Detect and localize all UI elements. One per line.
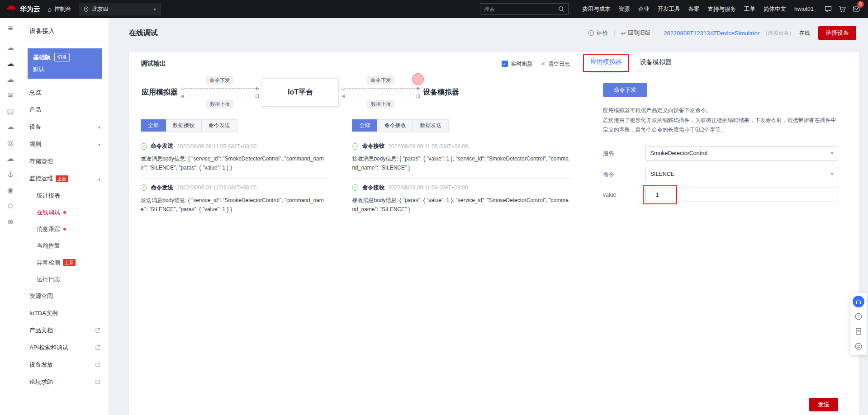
command-select[interactable]: SILENCE ▾ xyxy=(645,167,838,181)
sidebar-item-label: 统计报表 xyxy=(37,192,60,200)
region-selector[interactable]: 北京四 ▾ xyxy=(79,3,161,15)
sidebar-item-resource-space[interactable]: 资源空间 xyxy=(21,288,109,305)
sidebar-link-product-docs[interactable]: 产品文档 xyxy=(21,322,109,339)
search-icon[interactable] xyxy=(558,6,564,12)
sidebar-subitem-run-logs[interactable]: 运行日志 xyxy=(21,271,109,288)
survey-icon[interactable] xyxy=(853,325,864,337)
log-tab-command-received[interactable]: 命令接收 xyxy=(377,119,413,132)
topbar-link-icp[interactable]: 备案 xyxy=(688,5,699,13)
cloud-service-icon-5[interactable]: ☁ xyxy=(0,151,21,166)
log-tab-data-sent[interactable]: 数据发送 xyxy=(413,119,449,132)
circle-service-icon[interactable]: ◎ xyxy=(0,135,21,151)
anchor-icon[interactable]: ⚓ xyxy=(0,166,21,182)
command-delivery-button[interactable]: 命令下发 xyxy=(603,83,647,97)
mail-icon[interactable]: 8 xyxy=(853,5,860,13)
realtime-refresh-toggle[interactable]: ✓ 实时刷新 xyxy=(502,60,533,68)
cloud-service-icon-3[interactable]: ☁ xyxy=(0,71,21,87)
realtime-refresh-checkbox[interactable]: ✓ xyxy=(502,61,508,67)
data-up-label: 数据上报 xyxy=(367,100,394,108)
help-icon[interactable]: ? xyxy=(853,311,864,322)
debug-output-title: 调试输出 xyxy=(141,60,166,68)
sidebar-link-api-explorer[interactable]: API检索和调试 xyxy=(21,339,109,356)
topbar-icons: 8 xyxy=(825,5,860,13)
username[interactable]: hwiot01 xyxy=(794,6,814,12)
sidebar-subitem-message-trace[interactable]: 消息跟踪 xyxy=(21,221,109,237)
cloud-service-icon-1[interactable]: ☁ xyxy=(0,40,21,56)
sidebar-item-label: 产品文档 xyxy=(29,326,53,335)
device-log-panel: 全部 命令接收 数据发送 ✓ 命令接收 2022/08/09 09:11:05 … xyxy=(352,119,569,220)
send-button[interactable]: 发送 xyxy=(809,398,838,411)
clear-logs-button[interactable]: ✕ 清空日志 xyxy=(541,60,570,68)
log-tab-all[interactable]: 全部 xyxy=(352,119,377,132)
page-title: 在线调试 xyxy=(129,28,158,38)
log-body: 发送消息body信息: { "service_id": "SmokeDetect… xyxy=(141,196,329,214)
new-badge: 上新 xyxy=(56,175,68,182)
topbar-link-resources[interactable]: 资源 xyxy=(618,5,630,13)
device-name-link[interactable]: 20220808T123134ZDeviceSimulator xyxy=(664,30,759,37)
sidebar-item-iotda-instance[interactable]: IoTDA实例 xyxy=(21,305,109,322)
console-home-link[interactable]: ⌂ 控制台 xyxy=(47,5,71,13)
value-input[interactable] xyxy=(645,188,838,202)
switch-edition-button[interactable]: 切换 xyxy=(54,53,70,61)
cloud-service-icon-2[interactable]: ☁ xyxy=(0,56,21,71)
search-input[interactable] xyxy=(484,6,555,12)
sidebar-item-overview[interactable]: 总览 xyxy=(21,84,109,101)
message-icon[interactable] xyxy=(825,5,832,13)
cloud-service-icon-4[interactable]: ☁ xyxy=(0,119,21,135)
sidebar-subitem-anomaly-detection[interactable]: 异常检测 上新 xyxy=(21,254,109,271)
log-type: 命令接收 xyxy=(362,142,384,150)
huawei-cloud-logo[interactable]: 华为云 xyxy=(6,4,40,14)
globe-icon[interactable]: ⊕ xyxy=(0,214,21,230)
log-body: 接收消息body信息: { "paras": { "value": 1 }, "… xyxy=(352,196,569,214)
topbar-links: 费用与成本 资源 企业 开发工具 备案 支持与服务 工单 简体中文 hwiot0… xyxy=(582,5,814,13)
topbar-link-enterprise[interactable]: 企业 xyxy=(638,5,649,13)
select-device-button[interactable]: 选择设备 xyxy=(818,26,856,40)
service-select[interactable]: SmokeDetectorControl ▾ xyxy=(645,146,838,160)
location-pin-icon xyxy=(84,6,89,12)
waves-icon[interactable]: ≋ xyxy=(0,87,21,103)
sidebar-item-products[interactable]: 产品 xyxy=(21,101,109,118)
back-to-old-version-button[interactable]: ↩ 回到旧版 xyxy=(621,29,650,37)
tab-app-simulator[interactable]: 应用模拟器 xyxy=(589,52,623,72)
sidebar-item-devices[interactable]: 设备 ▾ xyxy=(21,118,109,136)
log-entry: ✓ 命令接收 2022/08/09 09:11:04 GMT+08:00 接收消… xyxy=(352,179,569,220)
topbar-link-language[interactable]: 简体中文 xyxy=(764,5,786,13)
sidebar-subitem-reports[interactable]: 统计报表 xyxy=(21,187,109,204)
sidebar-item-rules[interactable]: 规则 ▾ xyxy=(21,136,109,153)
flow-diagram: 应用模拟器 命令下发 数据上报 IoT平台 命令下发 数据上报 xyxy=(141,68,553,119)
sidebar-subitem-alarms[interactable]: 当前告警 xyxy=(21,237,109,254)
target-icon[interactable]: ◉ xyxy=(0,182,21,198)
topbar-search xyxy=(480,3,569,15)
sidebar-link-forum[interactable]: 论坛求助 xyxy=(21,373,109,391)
sidebar-item-monitoring[interactable]: 监控运维 上新 ▴ xyxy=(21,170,109,187)
cart-icon[interactable] xyxy=(839,5,846,13)
menu-icon[interactable]: ≡ xyxy=(8,24,13,33)
edition-instance: 默认 xyxy=(33,66,97,73)
topbar-link-tickets[interactable]: 工单 xyxy=(744,5,755,13)
sidebar-item-label: IoTDA实例 xyxy=(29,309,58,317)
log-time: 2022/08/09 09:11:03 GMT+08:00 xyxy=(177,184,256,191)
feedback-smiley-icon[interactable] xyxy=(853,340,864,352)
region-label: 北京四 xyxy=(92,5,109,13)
topbar-link-support[interactable]: 支持与服务 xyxy=(707,5,736,13)
sidebar-item-storage[interactable]: 存储管理 xyxy=(21,153,109,170)
value-label: value xyxy=(603,188,645,202)
sidebar-subitem-online-debug[interactable]: 在线调试 xyxy=(21,204,109,221)
tab-device-simulator[interactable]: 设备模拟器 xyxy=(639,52,673,72)
topbar-link-devtools[interactable]: 开发工具 xyxy=(657,5,680,13)
user-service-icon[interactable]: ☺ xyxy=(0,198,21,214)
command-down-label: 命令下发 xyxy=(367,76,394,85)
sidebar-link-device-provisioning[interactable]: 设备发放 xyxy=(21,356,109,373)
app-simulator-content: 命令下发 应用模拟器可根据产品定义向设备下发命令。 若您使用了图形化开发的编解码… xyxy=(582,72,859,415)
log-tab-all[interactable]: 全部 xyxy=(141,119,166,132)
console-label: 控制台 xyxy=(54,5,71,13)
feedback-button[interactable]: 评价 xyxy=(588,29,608,37)
log-tab-data-received[interactable]: 数据接收 xyxy=(166,119,202,132)
customer-support-icon[interactable] xyxy=(853,296,864,307)
log-tab-command-sent[interactable]: 命令发送 xyxy=(202,119,237,132)
sidebar-item-label: 资源空间 xyxy=(29,292,53,300)
device-simulator-node: 设备模拟器 xyxy=(423,88,459,97)
document-icon[interactable]: ▤ xyxy=(0,103,21,119)
topbar-link-billing[interactable]: 费用与成本 xyxy=(582,5,611,13)
success-check-icon: ✓ xyxy=(141,184,147,191)
